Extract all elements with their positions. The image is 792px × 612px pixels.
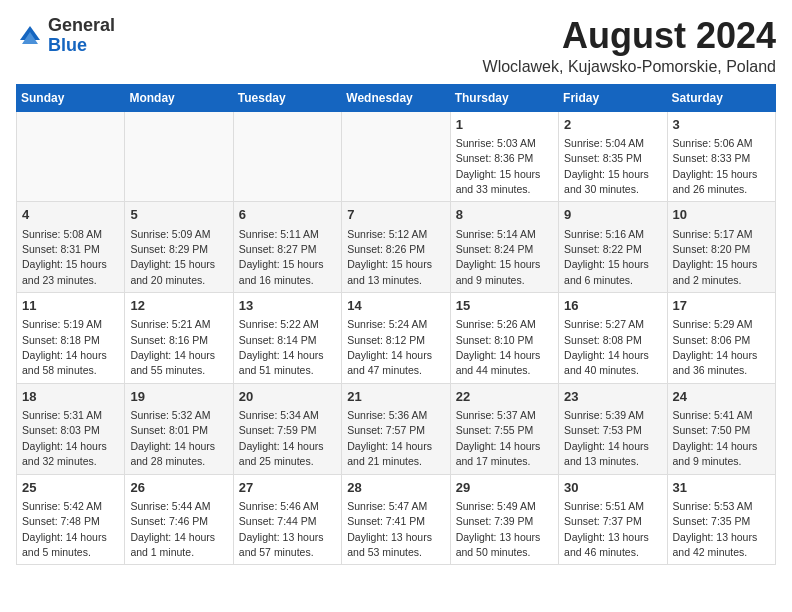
calendar-cell: 29Sunrise: 5:49 AM Sunset: 7:39 PM Dayli… xyxy=(450,474,558,565)
day-number: 5 xyxy=(130,206,227,224)
day-number: 9 xyxy=(564,206,661,224)
header-day: Sunday xyxy=(17,84,125,111)
calendar-cell: 22Sunrise: 5:37 AM Sunset: 7:55 PM Dayli… xyxy=(450,383,558,474)
day-number: 1 xyxy=(456,116,553,134)
calendar-cell: 7Sunrise: 5:12 AM Sunset: 8:26 PM Daylig… xyxy=(342,202,450,293)
logo: General Blue xyxy=(16,16,115,56)
day-number: 24 xyxy=(673,388,770,406)
day-info: Sunrise: 5:46 AM Sunset: 7:44 PM Dayligh… xyxy=(239,500,324,558)
day-info: Sunrise: 5:44 AM Sunset: 7:46 PM Dayligh… xyxy=(130,500,215,558)
day-number: 8 xyxy=(456,206,553,224)
calendar-cell: 24Sunrise: 5:41 AM Sunset: 7:50 PM Dayli… xyxy=(667,383,775,474)
calendar-cell: 5Sunrise: 5:09 AM Sunset: 8:29 PM Daylig… xyxy=(125,202,233,293)
calendar-cell: 13Sunrise: 5:22 AM Sunset: 8:14 PM Dayli… xyxy=(233,293,341,384)
day-number: 28 xyxy=(347,479,444,497)
calendar-cell: 10Sunrise: 5:17 AM Sunset: 8:20 PM Dayli… xyxy=(667,202,775,293)
calendar-cell: 30Sunrise: 5:51 AM Sunset: 7:37 PM Dayli… xyxy=(559,474,667,565)
day-info: Sunrise: 5:22 AM Sunset: 8:14 PM Dayligh… xyxy=(239,318,324,376)
calendar-cell: 1Sunrise: 5:03 AM Sunset: 8:36 PM Daylig… xyxy=(450,111,558,202)
day-number: 12 xyxy=(130,297,227,315)
day-info: Sunrise: 5:31 AM Sunset: 8:03 PM Dayligh… xyxy=(22,409,107,467)
day-number: 3 xyxy=(673,116,770,134)
day-info: Sunrise: 5:32 AM Sunset: 8:01 PM Dayligh… xyxy=(130,409,215,467)
calendar-cell: 19Sunrise: 5:32 AM Sunset: 8:01 PM Dayli… xyxy=(125,383,233,474)
day-info: Sunrise: 5:34 AM Sunset: 7:59 PM Dayligh… xyxy=(239,409,324,467)
day-number: 21 xyxy=(347,388,444,406)
header-day: Saturday xyxy=(667,84,775,111)
day-info: Sunrise: 5:37 AM Sunset: 7:55 PM Dayligh… xyxy=(456,409,541,467)
day-number: 17 xyxy=(673,297,770,315)
day-info: Sunrise: 5:09 AM Sunset: 8:29 PM Dayligh… xyxy=(130,228,215,286)
day-number: 11 xyxy=(22,297,119,315)
calendar-cell: 27Sunrise: 5:46 AM Sunset: 7:44 PM Dayli… xyxy=(233,474,341,565)
header-day: Friday xyxy=(559,84,667,111)
day-number: 25 xyxy=(22,479,119,497)
calendar-cell: 28Sunrise: 5:47 AM Sunset: 7:41 PM Dayli… xyxy=(342,474,450,565)
day-number: 18 xyxy=(22,388,119,406)
calendar-cell: 3Sunrise: 5:06 AM Sunset: 8:33 PM Daylig… xyxy=(667,111,775,202)
header-day: Tuesday xyxy=(233,84,341,111)
calendar-cell xyxy=(233,111,341,202)
day-number: 10 xyxy=(673,206,770,224)
calendar-week-row: 1Sunrise: 5:03 AM Sunset: 8:36 PM Daylig… xyxy=(17,111,776,202)
day-number: 7 xyxy=(347,206,444,224)
day-info: Sunrise: 5:04 AM Sunset: 8:35 PM Dayligh… xyxy=(564,137,649,195)
day-info: Sunrise: 5:41 AM Sunset: 7:50 PM Dayligh… xyxy=(673,409,758,467)
day-number: 4 xyxy=(22,206,119,224)
calendar-cell: 8Sunrise: 5:14 AM Sunset: 8:24 PM Daylig… xyxy=(450,202,558,293)
main-title: August 2024 xyxy=(483,16,776,56)
calendar-cell: 18Sunrise: 5:31 AM Sunset: 8:03 PM Dayli… xyxy=(17,383,125,474)
day-number: 29 xyxy=(456,479,553,497)
calendar-cell xyxy=(342,111,450,202)
day-info: Sunrise: 5:26 AM Sunset: 8:10 PM Dayligh… xyxy=(456,318,541,376)
calendar-cell: 12Sunrise: 5:21 AM Sunset: 8:16 PM Dayli… xyxy=(125,293,233,384)
day-number: 14 xyxy=(347,297,444,315)
calendar-cell: 9Sunrise: 5:16 AM Sunset: 8:22 PM Daylig… xyxy=(559,202,667,293)
logo-text: General Blue xyxy=(48,16,115,56)
calendar-table: SundayMondayTuesdayWednesdayThursdayFrid… xyxy=(16,84,776,566)
calendar-cell: 25Sunrise: 5:42 AM Sunset: 7:48 PM Dayli… xyxy=(17,474,125,565)
day-info: Sunrise: 5:06 AM Sunset: 8:33 PM Dayligh… xyxy=(673,137,758,195)
header: General Blue August 2024 Wloclawek, Kuja… xyxy=(16,16,776,76)
calendar-cell: 26Sunrise: 5:44 AM Sunset: 7:46 PM Dayli… xyxy=(125,474,233,565)
calendar-cell xyxy=(17,111,125,202)
calendar-week-row: 4Sunrise: 5:08 AM Sunset: 8:31 PM Daylig… xyxy=(17,202,776,293)
day-info: Sunrise: 5:16 AM Sunset: 8:22 PM Dayligh… xyxy=(564,228,649,286)
day-number: 26 xyxy=(130,479,227,497)
header-day: Wednesday xyxy=(342,84,450,111)
day-number: 22 xyxy=(456,388,553,406)
calendar-cell: 4Sunrise: 5:08 AM Sunset: 8:31 PM Daylig… xyxy=(17,202,125,293)
day-number: 6 xyxy=(239,206,336,224)
calendar-cell: 20Sunrise: 5:34 AM Sunset: 7:59 PM Dayli… xyxy=(233,383,341,474)
day-info: Sunrise: 5:42 AM Sunset: 7:48 PM Dayligh… xyxy=(22,500,107,558)
day-info: Sunrise: 5:47 AM Sunset: 7:41 PM Dayligh… xyxy=(347,500,432,558)
calendar-cell: 6Sunrise: 5:11 AM Sunset: 8:27 PM Daylig… xyxy=(233,202,341,293)
day-info: Sunrise: 5:39 AM Sunset: 7:53 PM Dayligh… xyxy=(564,409,649,467)
day-info: Sunrise: 5:29 AM Sunset: 8:06 PM Dayligh… xyxy=(673,318,758,376)
title-area: August 2024 Wloclawek, Kujawsko-Pomorski… xyxy=(483,16,776,76)
header-row: SundayMondayTuesdayWednesdayThursdayFrid… xyxy=(17,84,776,111)
calendar-cell: 31Sunrise: 5:53 AM Sunset: 7:35 PM Dayli… xyxy=(667,474,775,565)
day-number: 20 xyxy=(239,388,336,406)
header-day: Thursday xyxy=(450,84,558,111)
day-info: Sunrise: 5:24 AM Sunset: 8:12 PM Dayligh… xyxy=(347,318,432,376)
day-number: 27 xyxy=(239,479,336,497)
calendar-cell: 11Sunrise: 5:19 AM Sunset: 8:18 PM Dayli… xyxy=(17,293,125,384)
calendar-cell: 23Sunrise: 5:39 AM Sunset: 7:53 PM Dayli… xyxy=(559,383,667,474)
calendar-cell: 14Sunrise: 5:24 AM Sunset: 8:12 PM Dayli… xyxy=(342,293,450,384)
day-number: 31 xyxy=(673,479,770,497)
day-info: Sunrise: 5:08 AM Sunset: 8:31 PM Dayligh… xyxy=(22,228,107,286)
calendar-cell xyxy=(125,111,233,202)
calendar-week-row: 25Sunrise: 5:42 AM Sunset: 7:48 PM Dayli… xyxy=(17,474,776,565)
day-info: Sunrise: 5:51 AM Sunset: 7:37 PM Dayligh… xyxy=(564,500,649,558)
calendar-week-row: 18Sunrise: 5:31 AM Sunset: 8:03 PM Dayli… xyxy=(17,383,776,474)
day-info: Sunrise: 5:49 AM Sunset: 7:39 PM Dayligh… xyxy=(456,500,541,558)
logo-icon xyxy=(16,22,44,50)
day-number: 19 xyxy=(130,388,227,406)
day-info: Sunrise: 5:12 AM Sunset: 8:26 PM Dayligh… xyxy=(347,228,432,286)
day-info: Sunrise: 5:14 AM Sunset: 8:24 PM Dayligh… xyxy=(456,228,541,286)
calendar-week-row: 11Sunrise: 5:19 AM Sunset: 8:18 PM Dayli… xyxy=(17,293,776,384)
day-info: Sunrise: 5:27 AM Sunset: 8:08 PM Dayligh… xyxy=(564,318,649,376)
day-number: 23 xyxy=(564,388,661,406)
calendar-cell: 15Sunrise: 5:26 AM Sunset: 8:10 PM Dayli… xyxy=(450,293,558,384)
